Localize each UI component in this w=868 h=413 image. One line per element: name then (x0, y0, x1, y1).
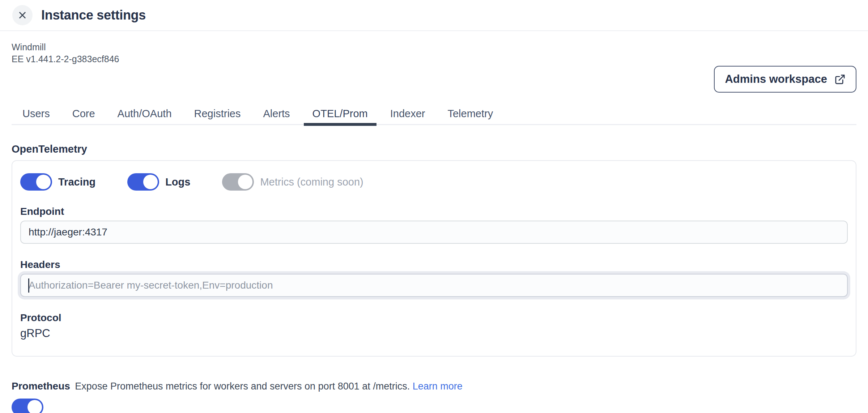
tab-alerts[interactable]: Alerts (254, 108, 298, 126)
app-name: Windmill (12, 41, 856, 53)
tracing-label: Tracing (58, 176, 95, 188)
prometheus-description: Expose Prometheus metrics for workers an… (75, 381, 410, 392)
admins-workspace-label: Admins workspace (725, 73, 827, 86)
admins-workspace-button[interactable]: Admins workspace (714, 66, 856, 93)
logs-toggle[interactable] (127, 173, 159, 191)
toggle-knob (238, 175, 252, 189)
endpoint-label: Endpoint (20, 206, 848, 217)
prometheus-section: Prometheus Expose Prometheus metrics for… (12, 380, 856, 392)
header: Instance settings (0, 0, 868, 31)
protocol-value: gRPC (20, 327, 848, 340)
tab-telemetry[interactable]: Telemetry (439, 108, 502, 126)
toggle-knob (143, 175, 158, 189)
tracing-toggle-group[interactable]: Tracing (20, 173, 95, 191)
logs-label: Logs (165, 176, 190, 188)
metrics-toggle-group: Metrics (coming soon) (222, 173, 363, 191)
logs-toggle-group[interactable]: Logs (127, 173, 190, 191)
prometheus-toggle[interactable] (12, 399, 43, 413)
tracing-toggle[interactable] (20, 173, 52, 191)
otel-toggle-row: Tracing Logs Metrics (coming soon) (20, 173, 848, 191)
toggle-knob (36, 175, 51, 189)
tab-core[interactable]: Core (64, 108, 104, 126)
text-caret (28, 278, 29, 293)
headers-input[interactable] (20, 274, 848, 297)
protocol-label: Protocol (20, 312, 848, 324)
settings-tabs: Users Core Auth/OAuth Registries Alerts … (12, 108, 856, 125)
tab-otel-prom[interactable]: OTEL/Prom (304, 108, 376, 126)
build-version: EE v1.441.2-2-g383ecf846 (12, 53, 856, 65)
tab-registries[interactable]: Registries (186, 108, 250, 126)
endpoint-input[interactable] (20, 221, 848, 244)
toggle-knob (27, 400, 42, 413)
version-block: Windmill EE v1.441.2-2-g383ecf846 (12, 41, 856, 65)
close-button[interactable] (12, 5, 33, 25)
metrics-toggle (222, 173, 254, 191)
close-icon (17, 10, 27, 20)
learn-more-link[interactable]: Learn more (413, 381, 463, 392)
external-link-icon (834, 74, 846, 85)
prometheus-title: Prometheus (12, 380, 70, 392)
opentelemetry-heading: OpenTelemetry (12, 143, 856, 155)
main-content: Windmill EE v1.441.2-2-g383ecf846 Admins… (0, 41, 868, 413)
page-title: Instance settings (41, 8, 146, 23)
metrics-label: Metrics (coming soon) (260, 176, 363, 188)
tab-indexer[interactable]: Indexer (382, 108, 434, 126)
opentelemetry-card: Tracing Logs Metrics (coming soon) Endpo… (12, 160, 856, 357)
headers-label: Headers (20, 259, 848, 271)
tab-auth-oauth[interactable]: Auth/OAuth (109, 108, 180, 126)
tab-users[interactable]: Users (14, 108, 59, 126)
